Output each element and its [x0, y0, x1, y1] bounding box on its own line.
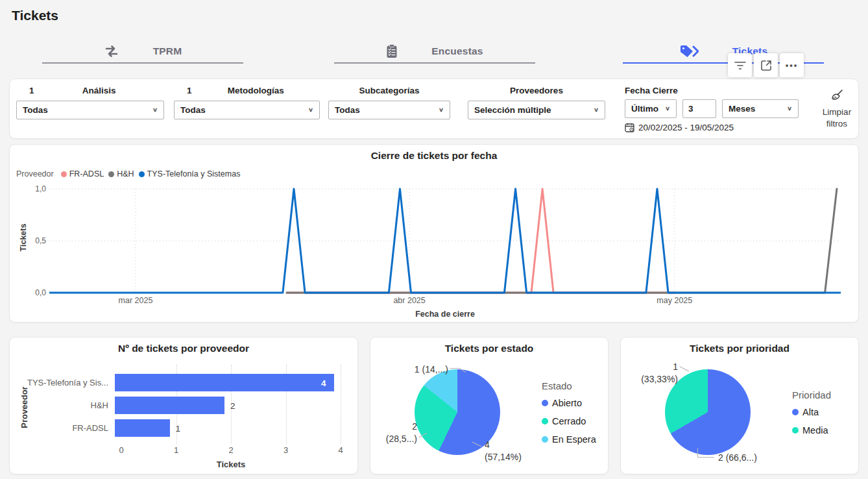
tab-label: TPRM [153, 45, 182, 57]
tab-label: Encuestas [431, 45, 483, 57]
tag-icon [679, 44, 699, 58]
legend-dot [61, 171, 67, 177]
proveedores-dropdown[interactable]: Selección múltiple ∨ [468, 101, 605, 119]
bar-value: 2 [230, 400, 235, 410]
proveedores-value: Selección múltiple [474, 105, 551, 115]
legend-item-tys[interactable]: TYS-Telefonía y Sistemas [139, 169, 241, 178]
broom-icon [830, 88, 844, 103]
cantidad-input[interactable] [682, 99, 716, 118]
clear-filters-label: Limpiar filtros [816, 106, 858, 129]
focus-mode-button[interactable] [754, 53, 778, 77]
date-range-value: 20/02/2025 - 19/05/2025 [638, 123, 734, 132]
bar-row: FR-ADSL 1 [10, 419, 357, 437]
prioridad-pie-card: Tickets por prioridad 1 (33,33%) 2 (66,6… [620, 337, 859, 474]
bar-tys[interactable] [115, 374, 334, 391]
subcategorias-dropdown[interactable]: Todas ∨ [328, 101, 450, 119]
periodo-value: Último [631, 104, 658, 114]
legend-dot [542, 400, 548, 406]
callout-alta: 2 (66,6...) [718, 452, 757, 464]
y-tick: 0,0 [25, 288, 46, 297]
clear-filters-button[interactable]: Limpiar filtros [816, 88, 858, 129]
chevron-down-icon: ∨ [787, 105, 792, 112]
tab-underline [334, 62, 535, 64]
bar-x-ticks: 0 1 2 3 4 [121, 445, 341, 456]
legend-item-abierto[interactable]: Abierto [542, 398, 596, 408]
legend-dot [792, 409, 799, 415]
visual-toolbar: ••• [728, 53, 804, 77]
unidad-value: Meses [729, 104, 755, 114]
analisis-value: Todas [23, 105, 48, 115]
y-axis-title: Tickets [19, 215, 28, 260]
callout-en-espera: 1 (14,...) [383, 363, 448, 376]
legend-item-fr-adsl[interactable]: FR-ADSL [61, 169, 104, 178]
x-tick: 0 [119, 445, 123, 455]
callout-cerrado: 2 (28,5...) [370, 421, 417, 445]
metodologias-dropdown[interactable]: Todas ∨ [174, 101, 320, 119]
swap-arrows-icon [104, 45, 119, 57]
more-options-button[interactable]: ••• [780, 53, 804, 77]
chevron-down-icon: ∨ [594, 106, 599, 113]
bar-row: TYS-Telefonía y Sis... 4 [10, 374, 357, 391]
bar-value: 1 [176, 423, 181, 433]
popout-icon [760, 60, 772, 71]
analisis-dropdown[interactable]: Todas ∨ [16, 101, 164, 119]
legend-label: FR-ADSL [69, 169, 104, 178]
legend-title: Prioridad [792, 389, 831, 400]
chevron-down-icon: ∨ [308, 106, 313, 113]
page-title: Tickets [12, 8, 58, 23]
x-tick: 1 [174, 445, 178, 455]
legend-item-en-espera[interactable]: En Espera [542, 434, 596, 445]
estado-title: Tickets por estado [370, 343, 608, 354]
legend-item-media[interactable]: Media [792, 425, 831, 436]
legend-item-alta[interactable]: Alta [792, 407, 831, 417]
subcategorias-value: Todas [335, 105, 360, 115]
chevron-down-icon: ∨ [152, 106, 158, 113]
bar-row: H&H 2 [10, 397, 357, 414]
legend-item-hh[interactable]: H&H [108, 169, 134, 178]
legend-label: H&H [117, 169, 134, 178]
callout-media: 1 (33,33%) [626, 361, 678, 386]
line-chart-legend: Proveedor FR-ADSL H&H TYS-Telefonía y Si… [16, 169, 240, 178]
proveedores-label: Proveedores [468, 86, 605, 95]
analisis-count: 1 [29, 86, 34, 95]
prioridad-title: Tickets por prioridad [621, 343, 858, 354]
bar-hh[interactable] [115, 397, 224, 414]
legend-dot [139, 171, 145, 177]
metodologias-count: 1 [187, 86, 192, 95]
chevron-down-icon: ∨ [665, 105, 670, 112]
line-chart-title: Cierre de tickets por fecha [10, 150, 858, 162]
legend-title: Proveedor [16, 169, 54, 178]
metodologias-value: Todas [180, 105, 206, 115]
bar-chart-card: Nº de tickets por proveedor TYS-Telefoní… [9, 337, 358, 474]
metodologias-label: Metodologías [192, 86, 320, 95]
estado-legend: Estado Abierto Cerrado En Espera [542, 380, 596, 452]
legend-dot [108, 171, 114, 177]
fecha-cierre-label: Fecha Cierre [625, 86, 678, 95]
filter-icon [734, 61, 746, 70]
y-tick: 0,5 [25, 236, 46, 245]
line-chart-plot[interactable] [49, 184, 841, 297]
line-chart-card: Cierre de tickets por fecha Proveedor FR… [9, 144, 859, 323]
more-icon: ••• [786, 60, 799, 70]
unidad-dropdown[interactable]: Meses ∨ [722, 99, 799, 118]
bar-fr-adsl[interactable] [115, 419, 170, 437]
periodo-dropdown[interactable]: Último ∨ [625, 99, 677, 118]
legend-item-cerrado[interactable]: Cerrado [542, 416, 596, 426]
bar-value: 4 [321, 378, 326, 387]
filter-button[interactable] [728, 53, 752, 77]
analisis-label: Análisis [34, 86, 164, 95]
callout-line [697, 457, 714, 458]
tab-encuestas[interactable]: Encuestas [334, 40, 535, 62]
tab-tprm[interactable]: TPRM [42, 40, 243, 62]
y-tick: 1,0 [25, 184, 46, 193]
x-tick: 2 [228, 445, 233, 455]
x-tick: 3 [283, 445, 288, 455]
month-label: abr 2025 [393, 296, 425, 305]
legend-dot [542, 436, 548, 443]
month-label: mar 2025 [119, 296, 153, 305]
chevron-down-icon: ∨ [439, 106, 444, 113]
estado-pie-card: Tickets por estado 1 (14,...) 2 (28,5...… [370, 337, 609, 474]
prioridad-legend: Prioridad Alta Media [792, 389, 831, 443]
subcategorias-label: Subcategorías [328, 86, 450, 95]
month-label: may 2025 [657, 296, 692, 305]
